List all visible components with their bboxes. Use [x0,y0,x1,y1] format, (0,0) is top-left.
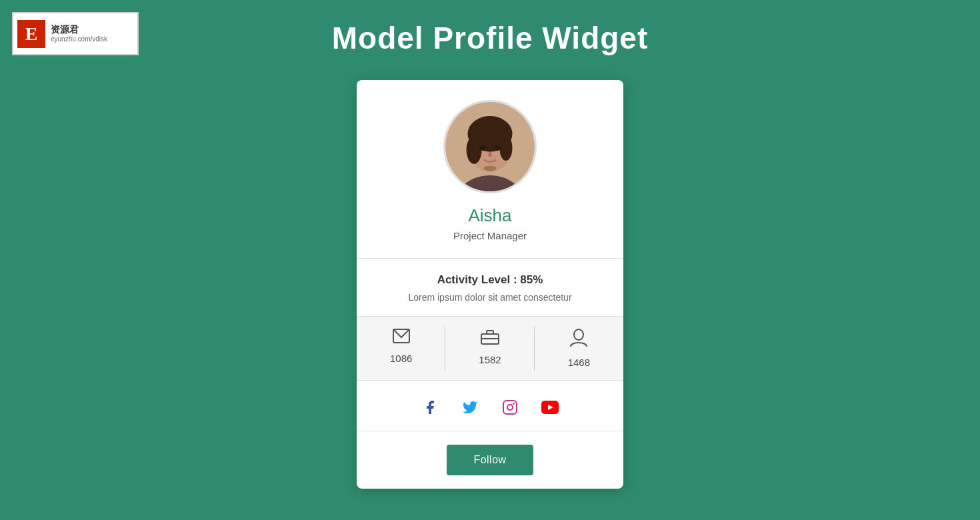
facebook-icon[interactable] [417,394,443,421]
stat-briefcase: 1582 [445,317,534,380]
mail-icon [363,329,439,347]
avatar [445,102,535,191]
svg-point-5 [467,136,482,164]
svg-point-10 [483,166,496,171]
activity-section: Activity Level : 85% Lorem ipsum dolor s… [357,259,623,317]
profile-job-title: Project Manager [370,230,610,241]
svg-rect-16 [503,401,517,414]
stat-mail: 1086 [357,317,445,380]
stats-section: 1086 1582 1468 [357,317,623,381]
profile-card: Aisha Project Manager Activity Level : 8… [357,80,623,489]
profile-section: Aisha Project Manager [357,80,623,259]
stat-briefcase-count: 1582 [452,354,527,365]
svg-point-9 [488,152,492,157]
svg-point-7 [479,145,486,151]
activity-level-label: Activity Level : 85% [370,273,610,287]
follow-section: Follow [357,431,623,489]
twitter-icon[interactable] [457,394,483,421]
stat-person: 1468 [535,317,623,380]
person-icon [541,329,617,351]
svg-point-6 [499,135,512,161]
svg-point-18 [513,403,515,405]
svg-rect-13 [487,331,493,334]
activity-description: Lorem ipsum dolor sit amet consectetur [370,292,610,303]
avatar-container [443,100,537,193]
svg-point-17 [507,405,513,410]
page-title: Model Profile Widget [0,20,980,56]
profile-name: Aisha [370,205,610,226]
instagram-icon[interactable] [497,394,523,421]
stat-mail-count: 1086 [363,353,439,364]
youtube-icon[interactable] [537,394,563,421]
social-icons-group [370,394,610,421]
social-section [357,381,623,431]
stat-person-count: 1468 [541,357,617,368]
briefcase-icon [452,329,527,349]
svg-point-15 [574,329,583,340]
follow-button[interactable]: Follow [447,445,533,475]
svg-point-8 [495,145,501,151]
